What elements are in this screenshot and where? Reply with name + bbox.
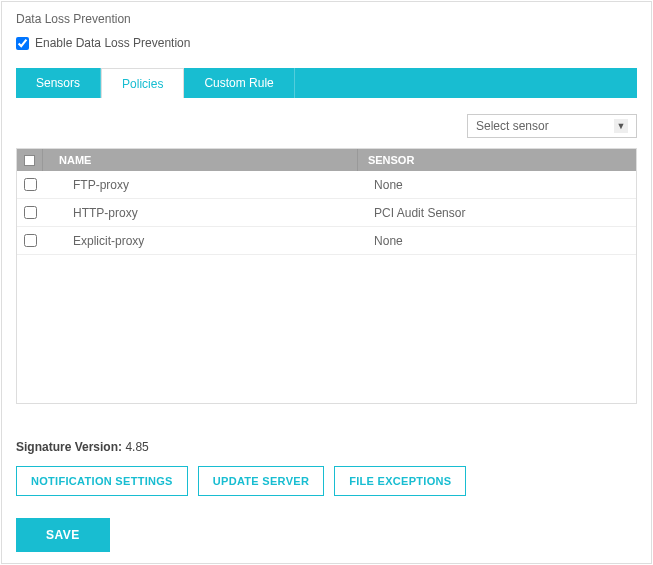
cell-sensor: None [364, 234, 636, 248]
row-checkbox[interactable] [24, 206, 37, 219]
tab-label: Policies [122, 77, 163, 91]
enable-checkbox[interactable] [16, 37, 29, 50]
col-name: NAME [43, 149, 358, 171]
update-server-button[interactable]: UPDATE SERVER [198, 466, 324, 496]
dlp-panel: Data Loss Prevention Enable Data Loss Pr… [1, 1, 652, 564]
tab-label: Custom Rule [204, 76, 273, 90]
enable-row: Enable Data Loss Prevention [16, 36, 637, 50]
table-row[interactable]: FTP-proxy None [17, 171, 636, 199]
notification-settings-button[interactable]: NOTIFICATION SETTINGS [16, 466, 188, 496]
checkbox-icon [24, 155, 35, 166]
row-checkbox[interactable] [24, 178, 37, 191]
cell-name: Explicit-proxy [43, 234, 364, 248]
save-row: SAVE [16, 518, 637, 552]
table-row[interactable]: Explicit-proxy None [17, 227, 636, 255]
file-exceptions-button[interactable]: FILE EXCEPTIONS [334, 466, 466, 496]
table-body: FTP-proxy None HTTP-proxy PCI Audit Sens… [17, 171, 636, 403]
signature-value: 4.85 [125, 440, 148, 454]
table-header: NAME SENSOR [17, 149, 636, 171]
chevron-down-icon: ▼ [614, 119, 628, 133]
signature-label: Signature Version: [16, 440, 122, 454]
save-button[interactable]: SAVE [16, 518, 110, 552]
sensor-select-row: Select sensor ▼ [16, 114, 637, 138]
action-buttons-row: NOTIFICATION SETTINGS UPDATE SERVER FILE… [16, 466, 637, 496]
tab-sensors[interactable]: Sensors [16, 68, 101, 98]
policies-table: NAME SENSOR FTP-proxy None HTTP-proxy PC… [16, 148, 637, 404]
cell-sensor: PCI Audit Sensor [364, 206, 636, 220]
page-title: Data Loss Prevention [16, 12, 637, 26]
select-all-cell[interactable] [17, 149, 43, 171]
sensor-select-label: Select sensor [476, 119, 549, 133]
tab-custom-rule[interactable]: Custom Rule [184, 68, 294, 98]
tab-label: Sensors [36, 76, 80, 90]
tabbar: Sensors Policies Custom Rule [16, 68, 637, 98]
cell-name: HTTP-proxy [43, 206, 364, 220]
cell-name: FTP-proxy [43, 178, 364, 192]
tab-policies[interactable]: Policies [101, 68, 184, 98]
signature-version: Signature Version: 4.85 [16, 440, 637, 454]
table-row[interactable]: HTTP-proxy PCI Audit Sensor [17, 199, 636, 227]
cell-sensor: None [364, 178, 636, 192]
col-sensor: SENSOR [358, 149, 636, 171]
enable-label: Enable Data Loss Prevention [35, 36, 190, 50]
row-checkbox[interactable] [24, 234, 37, 247]
sensor-select[interactable]: Select sensor ▼ [467, 114, 637, 138]
tab-filler [295, 68, 637, 98]
